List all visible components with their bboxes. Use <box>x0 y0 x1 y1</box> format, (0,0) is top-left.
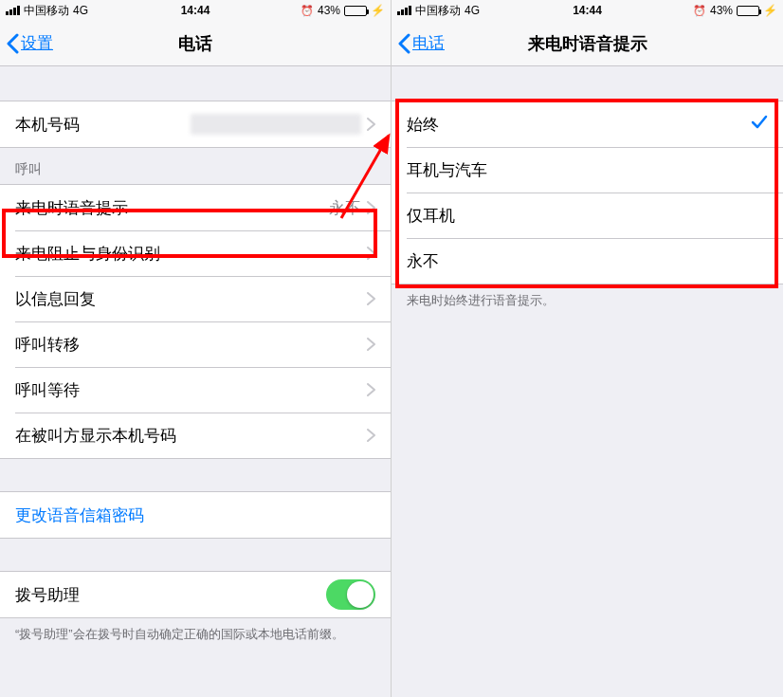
battery-pct: 43% <box>710 4 733 17</box>
carrier-label: 中国移动 <box>24 3 69 19</box>
back-button[interactable]: 电话 <box>392 32 445 54</box>
battery-icon <box>737 6 759 16</box>
signal-icon <box>6 6 20 15</box>
row-my-number[interactable]: 本机号码 <box>0 101 391 147</box>
status-bar: 中国移动 4G 14:44 ⏰ 43% ⚡ <box>0 0 391 21</box>
blocking-label: 来电阻止与身份识别 <box>15 243 367 265</box>
alarm-icon: ⏰ <box>693 5 706 17</box>
option-never-label: 永不 <box>407 250 768 272</box>
respond-text-label: 以信息回复 <box>15 288 367 310</box>
show-id-label: 在被叫方显示本机号码 <box>15 425 367 447</box>
dial-assist-label: 拨号助理 <box>15 584 326 606</box>
section-calls-label: 呼叫 <box>0 148 391 184</box>
chevron-left-icon <box>397 33 410 54</box>
phone-left: 中国移动 4G 14:44 ⏰ 43% ⚡ 设置 电话 本机号码 呼叫 来电时语… <box>0 0 392 697</box>
option-always[interactable]: 始终 <box>392 101 783 147</box>
group-calls: 来电时语音提示 永不 来电阻止与身份识别 以信息回复 呼叫转移 呼叫等待 在被叫… <box>0 184 391 459</box>
announce-value: 永不 <box>329 197 361 219</box>
page-title: 来电时语音提示 <box>392 32 783 55</box>
chevron-right-icon <box>367 118 375 131</box>
back-button[interactable]: 设置 <box>0 32 53 54</box>
group-my-number: 本机号码 <box>0 101 391 148</box>
my-number-label: 本机号码 <box>15 114 191 136</box>
group-announce-options: 始终 耳机与汽车 仅耳机 永不 <box>392 101 783 284</box>
battery-icon <box>344 6 367 16</box>
group-dial-assist: 拨号助理 <box>0 571 391 618</box>
charging-icon: ⚡ <box>763 4 777 17</box>
chevron-right-icon <box>367 383 375 396</box>
option-headphones-car-label: 耳机与汽车 <box>407 159 768 181</box>
chevron-right-icon <box>367 429 375 442</box>
row-show-caller-id[interactable]: 在被叫方显示本机号码 <box>0 413 391 458</box>
option-headphones-only[interactable]: 仅耳机 <box>392 193 783 238</box>
chevron-right-icon <box>367 338 375 351</box>
chevron-right-icon <box>367 201 375 214</box>
row-call-blocking[interactable]: 来电阻止与身份识别 <box>0 230 391 276</box>
chevron-left-icon <box>6 33 19 54</box>
chevron-right-icon <box>367 292 375 305</box>
checkmark-icon <box>751 115 768 135</box>
row-announce-calls[interactable]: 来电时语音提示 永不 <box>0 185 391 230</box>
change-vm-pw-label: 更改语音信箱密码 <box>15 504 375 526</box>
row-dial-assist: 拨号助理 <box>0 572 391 617</box>
option-never[interactable]: 永不 <box>392 238 783 284</box>
back-label: 电话 <box>412 32 445 54</box>
row-call-forwarding[interactable]: 呼叫转移 <box>0 321 391 367</box>
network-label: 4G <box>73 4 88 17</box>
option-headphones-car[interactable]: 耳机与汽车 <box>392 147 783 193</box>
phone-right: 中国移动 4G 14:44 ⏰ 43% ⚡ 电话 来电时语音提示 始终 耳机与汽… <box>392 0 783 697</box>
option-headphones-only-label: 仅耳机 <box>407 205 768 227</box>
nav-bar: 设置 电话 <box>0 21 391 66</box>
carrier-label: 中国移动 <box>415 3 461 19</box>
back-label: 设置 <box>21 32 53 54</box>
group-voicemail: 更改语音信箱密码 <box>0 491 391 539</box>
page-title: 电话 <box>0 32 391 55</box>
forwarding-label: 呼叫转移 <box>15 334 367 356</box>
dial-assist-toggle[interactable] <box>326 579 375 610</box>
dial-assist-footnote: “拨号助理”会在拨号时自动确定正确的国际或本地电话前缀。 <box>0 618 391 651</box>
network-label: 4G <box>465 4 480 17</box>
row-respond-text[interactable]: 以信息回复 <box>0 276 391 321</box>
option-always-label: 始终 <box>407 114 751 136</box>
charging-icon: ⚡ <box>371 4 385 17</box>
row-call-waiting[interactable]: 呼叫等待 <box>0 367 391 413</box>
row-change-vm-password[interactable]: 更改语音信箱密码 <box>0 492 391 538</box>
chevron-right-icon <box>367 247 375 260</box>
alarm-icon: ⏰ <box>301 5 314 17</box>
announce-footnote: 来电时始终进行语音提示。 <box>392 284 783 317</box>
nav-bar: 电话 来电时语音提示 <box>392 21 783 66</box>
my-number-value-blurred <box>191 114 361 135</box>
waiting-label: 呼叫等待 <box>15 379 367 401</box>
battery-pct: 43% <box>318 4 340 17</box>
announce-label: 来电时语音提示 <box>15 197 329 219</box>
status-bar: 中国移动 4G 14:44 ⏰ 43% ⚡ <box>392 0 783 21</box>
signal-icon <box>397 6 411 15</box>
